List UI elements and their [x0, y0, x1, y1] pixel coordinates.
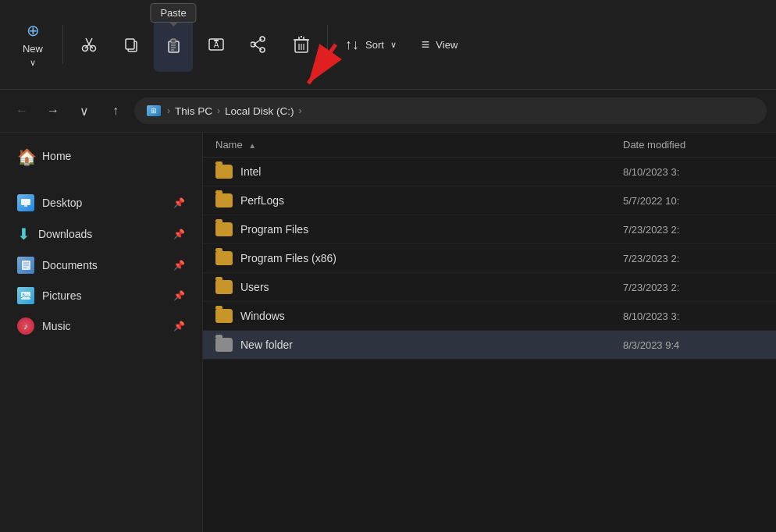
name-header-label: Name — [215, 139, 243, 151]
svg-rect-7 — [126, 39, 134, 49]
sidebar-downloads-label: Downloads — [38, 228, 92, 240]
breadcrumb-this-pc[interactable]: This PC — [175, 105, 212, 117]
svg-point-35 — [23, 293, 25, 296]
file-name: PerfLogs — [240, 194, 615, 207]
new-icon: ⊕ — [27, 21, 40, 40]
file-name: New folder — [240, 339, 615, 351]
svg-text:A: A — [214, 41, 219, 49]
svg-line-4 — [86, 38, 89, 44]
down-icon: ∨ — [80, 104, 89, 119]
sidebar-documents-label: Documents — [42, 259, 98, 271]
table-row[interactable]: New folder 8/3/2023 9:4 — [203, 331, 776, 360]
file-date: 7/23/2023 2: — [623, 224, 764, 236]
address-bar: ← → ∨ ↑ ⊞ › This PC › Local Disk (C:) › — [0, 90, 776, 133]
up-button[interactable]: ↑ — [103, 98, 128, 123]
share-icon — [251, 36, 268, 53]
divider-1 — [62, 25, 63, 64]
file-area: Name ▲ Date modified Intel 8/10/2023 3: … — [203, 133, 776, 532]
forward-button[interactable]: → — [41, 98, 66, 123]
folder-icon — [215, 280, 233, 294]
back-icon: ← — [16, 104, 28, 118]
breadcrumb-local-disk[interactable]: Local Disk (C:) — [225, 105, 294, 117]
new-button[interactable]: ⊕ New ∨ — [9, 17, 56, 72]
table-row[interactable]: Intel 8/10/2023 3: — [203, 158, 776, 186]
delete-icon — [293, 35, 310, 54]
date-column-header[interactable]: Date modified — [623, 139, 764, 151]
folder-icon — [215, 251, 233, 265]
documents-icon — [17, 257, 34, 274]
sort-caret-icon: ▲ — [248, 141, 256, 150]
recent-button[interactable]: ∨ — [72, 98, 97, 123]
copy-button[interactable] — [112, 17, 151, 72]
cut-icon — [80, 36, 98, 53]
divider-2 — [327, 25, 328, 64]
sort-label: Sort — [365, 39, 384, 51]
sort-button[interactable]: ↑↓ Sort ∨ — [334, 25, 408, 64]
table-row[interactable]: Program Files 7/23/2023 2: — [203, 215, 776, 244]
downloads-icon: ⬇ — [17, 225, 30, 243]
svg-line-2 — [85, 44, 89, 48]
folder-icon — [215, 193, 233, 207]
file-date: 5/7/2022 10: — [623, 195, 764, 207]
breadcrumb-path[interactable]: ⊞ › This PC › Local Disk (C:) › — [134, 98, 767, 124]
sidebar-item-music[interactable]: ♪ Music 📌 — [5, 311, 198, 341]
svg-line-3 — [89, 44, 93, 48]
folder-icon — [215, 309, 233, 323]
sidebar-item-documents[interactable]: Documents 📌 — [5, 250, 198, 280]
sidebar-home-label: Home — [42, 150, 71, 162]
paste-icon — [165, 35, 182, 54]
share-button[interactable] — [240, 17, 279, 72]
svg-rect-29 — [24, 205, 27, 207]
desktop-icon — [17, 194, 34, 211]
table-row[interactable]: Users 7/23/2023 2: — [203, 273, 776, 302]
forward-icon: → — [47, 104, 59, 118]
svg-rect-9 — [171, 39, 176, 43]
paste-btn-wrap: Paste — [154, 17, 193, 72]
documents-pin-icon: 📌 — [173, 260, 185, 271]
sort-icon: ↑↓ — [345, 37, 359, 53]
main-content: 🏠 Home Desktop 📌 ⬇ Downloads 📌 Documents… — [0, 133, 776, 532]
downloads-pin-icon: 📌 — [173, 229, 185, 239]
file-date: 7/23/2023 2: — [623, 282, 764, 293]
date-header-label: Date modified — [623, 139, 685, 151]
svg-rect-28 — [21, 199, 30, 205]
copy-icon — [123, 36, 140, 53]
svg-line-5 — [89, 38, 92, 44]
pictures-icon — [17, 287, 34, 304]
sidebar-item-pictures[interactable]: Pictures 📌 — [5, 281, 198, 310]
file-date: 8/10/2023 3: — [623, 310, 764, 322]
paste-tooltip: Paste — [150, 3, 196, 23]
table-row[interactable]: PerfLogs 5/7/2022 10: — [203, 186, 776, 215]
view-button[interactable]: ≡ View — [411, 25, 468, 64]
folder-icon — [215, 165, 233, 179]
toolbar: ⊕ New ∨ Paste — [0, 0, 776, 90]
sidebar-item-desktop[interactable]: Desktop 📌 — [5, 188, 198, 218]
file-date: 7/23/2023 2: — [623, 253, 764, 264]
sidebar-desktop-label: Desktop — [42, 197, 82, 209]
rename-button[interactable]: A — [196, 17, 237, 72]
file-name: Intel — [240, 165, 615, 178]
table-row[interactable]: Program Files (x86) 7/23/2023 2: — [203, 244, 776, 273]
file-name: Windows — [240, 310, 615, 322]
delete-button[interactable] — [282, 17, 321, 72]
new-chevron-icon: ∨ — [30, 58, 36, 68]
pictures-pin-icon: 📌 — [173, 290, 185, 301]
back-button[interactable]: ← — [9, 98, 34, 123]
music-pin-icon: 📌 — [173, 321, 185, 332]
sidebar-item-home[interactable]: 🏠 Home — [5, 141, 198, 171]
rename-icon: A — [207, 36, 226, 53]
sidebar-item-downloads[interactable]: ⬇ Downloads 📌 — [5, 218, 198, 250]
folder-icon — [215, 338, 233, 352]
cut-button[interactable] — [69, 17, 109, 72]
this-pc-icon: ⊞ — [147, 105, 161, 116]
table-row[interactable]: Windows 8/10/2023 3: — [203, 302, 776, 331]
sidebar: 🏠 Home Desktop 📌 ⬇ Downloads 📌 Documents… — [0, 133, 203, 532]
up-icon: ↑ — [112, 104, 119, 118]
file-name: Program Files (x86) — [240, 252, 615, 264]
music-icon: ♪ — [17, 317, 34, 335]
home-icon: 🏠 — [17, 147, 34, 165]
new-label: New — [23, 43, 43, 55]
name-column-header[interactable]: Name ▲ — [215, 139, 623, 151]
file-name: Program Files — [240, 223, 615, 236]
view-icon: ≡ — [422, 37, 430, 53]
